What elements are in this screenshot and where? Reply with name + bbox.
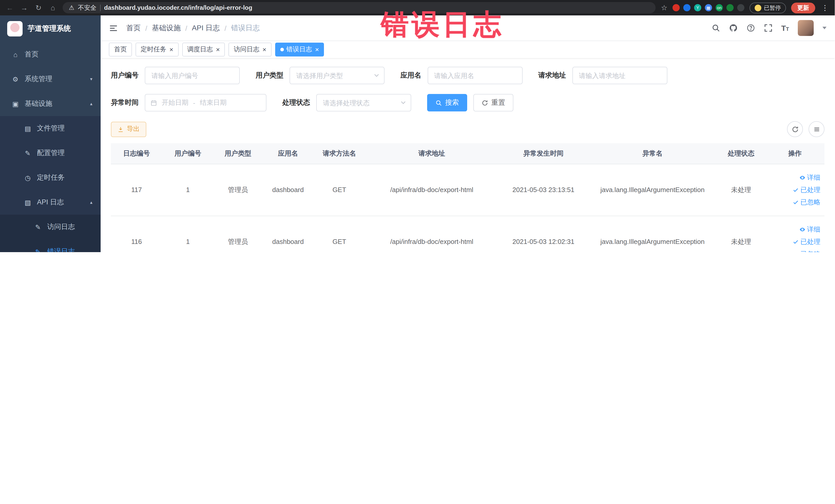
github-icon[interactable] xyxy=(729,24,737,32)
extension-dark-icon[interactable] xyxy=(737,4,745,11)
tab-close-icon[interactable]: × xyxy=(169,46,173,53)
extension-red-icon[interactable] xyxy=(673,4,680,11)
column-header: 异常发生时间 xyxy=(498,143,588,164)
table-body: 1171管理员dashboardGET/api/infra/db-doc/exp… xyxy=(111,164,824,252)
extension-grid-icon[interactable]: ▦ xyxy=(705,4,712,11)
paused-chip[interactable]: 已暂停 xyxy=(750,2,786,13)
table-row: 1171管理员dashboardGET/api/infra/db-doc/exp… xyxy=(111,164,824,216)
action-processed-link[interactable]: 已处理 xyxy=(793,185,820,194)
address-bar[interactable]: ⚠ 不安全 dashboard.yudao.iocoder.cn/infra/l… xyxy=(63,2,656,13)
refresh-table-button[interactable] xyxy=(787,121,803,137)
tab-label: 调度日志 xyxy=(187,45,213,54)
sidebar-item-API 日志[interactable]: ▧API 日志▴ xyxy=(0,190,101,215)
access-log-icon: ✎ xyxy=(34,223,42,231)
user-type-select[interactable] xyxy=(289,67,385,84)
cell-exception: java.lang.IllegalArgumentException xyxy=(588,216,717,252)
browser-home-icon[interactable]: ⌂ xyxy=(48,4,58,12)
breadcrumb-item[interactable]: 基础设施 xyxy=(152,23,181,33)
table-header-row: 日志编号用户编号用户类型应用名请求方法名请求地址异常发生时间异常名处理状态操作 xyxy=(111,143,824,164)
cell-method: GET xyxy=(314,164,365,216)
user-id-input[interactable] xyxy=(145,67,240,84)
sidebar-item-定时任务[interactable]: ◷定时任务 xyxy=(0,165,101,190)
config-manage-icon: ✎ xyxy=(24,149,32,157)
sidebar-item-配置管理[interactable]: ✎配置管理 xyxy=(0,141,101,165)
tab-close-icon[interactable]: × xyxy=(262,46,266,53)
fullscreen-icon[interactable] xyxy=(763,24,772,32)
search-icon[interactable] xyxy=(711,24,720,32)
collapse-sidebar-icon[interactable] xyxy=(109,23,118,33)
extension-teal-y-icon[interactable]: Y xyxy=(694,4,701,11)
request-url-input[interactable] xyxy=(572,67,667,84)
tab-label: 访问日志 xyxy=(233,45,259,54)
breadcrumb-item[interactable]: 首页 xyxy=(126,23,141,33)
chevron-up-icon: ▴ xyxy=(90,101,93,106)
export-button[interactable]: 导出 xyxy=(111,121,146,137)
file-manage-icon: ▤ xyxy=(24,124,32,132)
extension-leaf-icon[interactable] xyxy=(727,4,734,11)
action-detail-link[interactable]: 详细 xyxy=(799,173,820,182)
browser-menu-icon[interactable]: ⋮ xyxy=(820,4,830,12)
sidebar-item-访问日志[interactable]: ✎访问日志 xyxy=(0,215,101,239)
tab-访问日志[interactable]: 访问日志× xyxy=(228,43,271,57)
cell-actions: 详细已处理已忽略 xyxy=(766,164,824,216)
sidebar: 芋道管理系统 ⌂首页⚙系统管理▾▣基础设施▴▤文件管理✎配置管理◷定时任务▧AP… xyxy=(0,15,101,252)
date-start-placeholder: 开始日期 xyxy=(162,98,188,107)
sidebar-item-首页[interactable]: ⌂首页 xyxy=(0,42,101,67)
breadcrumb-item: 错误日志 xyxy=(231,23,260,33)
sidebar-item-label: API 日志 xyxy=(37,198,64,207)
sidebar-item-基础设施[interactable]: ▣基础设施▴ xyxy=(0,92,101,116)
cell-id: 116 xyxy=(111,216,162,252)
font-size-icon[interactable]: TT xyxy=(781,24,789,32)
browser-back-icon[interactable]: ← xyxy=(5,4,14,12)
app-name-input[interactable] xyxy=(427,67,522,84)
column-header: 请求方法名 xyxy=(314,143,365,164)
cell-actions: 详细已处理已忽略 xyxy=(766,216,824,252)
bookmark-star-icon[interactable]: ☆ xyxy=(661,4,667,12)
column-settings-button[interactable] xyxy=(809,121,824,137)
eye-icon xyxy=(799,226,806,233)
avatar[interactable] xyxy=(798,20,814,36)
cell-user_id: 1 xyxy=(162,164,213,216)
sidebar-logo[interactable]: 芋道管理系统 xyxy=(0,15,101,42)
sidebar-item-错误日志[interactable]: ✎错误日志 xyxy=(0,239,101,252)
search-button[interactable]: 搜索 xyxy=(427,94,467,112)
chevron-down-icon[interactable] xyxy=(822,27,827,29)
tab-定时任务[interactable]: 定时任务× xyxy=(136,43,178,57)
help-icon[interactable] xyxy=(746,24,755,32)
action-ignored-link[interactable]: 已忽略 xyxy=(793,198,820,207)
date-end-placeholder: 结束日期 xyxy=(200,98,227,107)
tab-错误日志[interactable]: 错误日志× xyxy=(275,43,324,57)
sidebar-item-文件管理[interactable]: ▤文件管理 xyxy=(0,116,101,141)
tab-close-icon[interactable]: × xyxy=(315,46,319,53)
breadcrumb-item[interactable]: API 日志 xyxy=(192,23,220,33)
browser-update-button[interactable]: 更新 xyxy=(791,2,815,13)
column-header: 日志编号 xyxy=(111,143,162,164)
cell-status: 未处理 xyxy=(717,216,766,252)
sidebar-item-系统管理[interactable]: ⚙系统管理▾ xyxy=(0,67,101,92)
extension-on-badge-icon[interactable]: on xyxy=(716,4,723,11)
date-range-picker[interactable]: 开始日期 - 结束日期 xyxy=(145,94,266,112)
tab-label: 定时任务 xyxy=(141,45,166,54)
tab-首页[interactable]: 首页 xyxy=(109,43,132,57)
browser-forward-icon[interactable]: → xyxy=(20,4,29,12)
filter-row-2: 异常时间 开始日期 - 结束日期 处理状态 xyxy=(111,94,824,112)
scheduled-job-icon: ◷ xyxy=(24,174,32,182)
action-processed-link[interactable]: 已处理 xyxy=(793,237,820,246)
action-detail-link[interactable]: 详细 xyxy=(799,225,820,234)
page-body: 用户编号 用户类型 应用名 请求 xyxy=(101,58,835,252)
security-warning-icon: ⚠ xyxy=(69,4,75,11)
cell-time: 2021-05-03 12:02:31 xyxy=(498,216,588,252)
process-status-select[interactable] xyxy=(316,94,411,112)
tab-close-icon[interactable]: × xyxy=(216,46,220,53)
browser-reload-icon[interactable]: ↻ xyxy=(34,4,43,12)
column-header: 用户类型 xyxy=(213,143,262,164)
extension-blue-drop-icon[interactable] xyxy=(683,4,691,11)
action-ignored-link[interactable]: 已忽略 xyxy=(793,249,820,252)
chevron-down-icon xyxy=(373,72,380,79)
tab-调度日志[interactable]: 调度日志× xyxy=(182,43,225,57)
cell-id: 117 xyxy=(111,164,162,216)
reset-button[interactable]: 重置 xyxy=(473,94,513,112)
sidebar-item-label: 系统管理 xyxy=(25,75,53,84)
column-header: 请求地址 xyxy=(365,143,498,164)
api-log-icon: ▧ xyxy=(24,199,32,206)
